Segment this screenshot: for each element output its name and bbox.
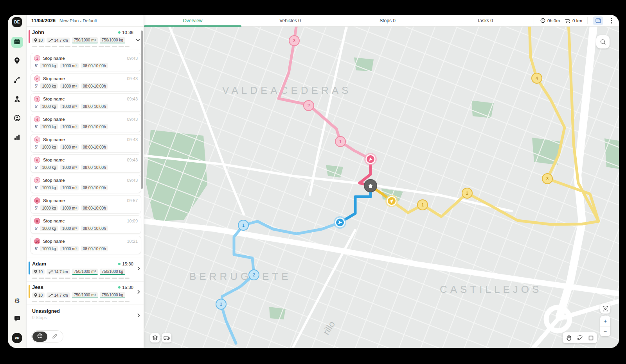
recenter-button[interactable]: [600, 303, 610, 314]
edit-mode-button[interactable]: [47, 332, 62, 342]
driver-name: Adam: [32, 261, 46, 267]
sidebar-item-routes[interactable]: [11, 75, 23, 86]
stop-duration: 5': [35, 186, 38, 190]
route-progress-bar: [32, 278, 130, 279]
stop-time-window-chip: 08:00-10:00h: [81, 165, 108, 170]
vehicle-marker-john[interactable]: [364, 153, 377, 165]
map-search-button[interactable]: [596, 35, 610, 48]
map-stop-marker-john-2[interactable]: 2: [304, 100, 314, 111]
clock-icon: [540, 18, 545, 23]
map-stop-marker-adam-1[interactable]: 1: [238, 220, 248, 230]
sidebar-item-drivers[interactable]: [11, 94, 23, 105]
plan-date[interactable]: 11/04/2026: [31, 18, 56, 23]
stop-weight-chip: 1000 kg: [40, 83, 58, 89]
zoom-in-button[interactable]: +: [600, 316, 610, 326]
chevron-right-icon[interactable]: [137, 265, 140, 272]
sidebar-item-customers[interactable]: [11, 113, 23, 124]
stop-time-window-chip: 08:00-10:00h: [81, 205, 108, 211]
tab-stops[interactable]: Stops 0: [339, 15, 436, 26]
unassigned-title: Unassigned: [32, 308, 133, 314]
stop-weight-chip: 1000 kg: [40, 205, 58, 211]
map-mode-button[interactable]: [32, 332, 47, 342]
rectangle-select-icon: [588, 335, 594, 341]
svg-text:2: 2: [466, 191, 468, 195]
tab-tasks[interactable]: Tasks 0: [436, 15, 534, 26]
stop-name: Stop name: [43, 56, 124, 61]
tab-overview[interactable]: Overview: [144, 15, 241, 26]
status-dot: [118, 31, 121, 34]
stop-list-item[interactable]: 9 Stop name 10:09 5' 1000 kg 1000 m³ 08:…: [31, 215, 141, 234]
stop-list-item[interactable]: 8 Stop name 09:57 5' 1000 kg 1000 m³ 08:…: [31, 195, 141, 213]
stop-time-window-chip: 08:00-10:00h: [81, 185, 108, 190]
total-distance: 0 km: [565, 18, 582, 23]
pan-hand-button[interactable]: [564, 333, 574, 342]
chat-button[interactable]: [11, 314, 23, 325]
stop-list-item[interactable]: 2 Stop name 09:43 5' 1000 kg 1000 m³ 08:…: [31, 73, 141, 91]
stop-name: Stop name: [43, 117, 124, 122]
stop-time-window-chip: 08:00-10:00h: [81, 104, 108, 109]
stop-duration: 5': [35, 64, 38, 68]
chevron-right-icon[interactable]: [137, 289, 140, 296]
stop-list-item[interactable]: 6 Stop name 09:43 5' 1000 kg 1000 m³ 08:…: [31, 154, 141, 173]
chevron-down-icon[interactable]: [136, 36, 140, 43]
pin-icon: [34, 270, 37, 274]
depot-home-marker[interactable]: [364, 179, 377, 192]
sidebar-item-plans[interactable]: [11, 37, 23, 48]
stop-list-item[interactable]: 1 Stop name 09:43 5' 1000 kg 1000 m³ 08:…: [31, 53, 141, 71]
stop-eta: 09:43: [127, 117, 138, 122]
vehicle-marker-jess[interactable]: [385, 195, 398, 207]
tab-vehicles[interactable]: Vehicles 0: [241, 15, 339, 26]
timeline-panel-button[interactable]: [593, 16, 603, 25]
svg-text:1: 1: [339, 139, 342, 144]
map-stop-marker-jess-2[interactable]: 2: [462, 188, 472, 198]
stop-list-item[interactable]: 10 Stop name 10:21 5' 1000 kg 1000 m³ 08…: [31, 236, 141, 254]
map-layers-button[interactable]: [150, 333, 160, 342]
crosshair-icon: [603, 306, 608, 312]
map-stop-marker-jess-1[interactable]: 1: [417, 200, 428, 210]
stop-list-item[interactable]: 5 Stop name 09:43 5' 1000 kg 1000 m³ 08:…: [31, 134, 141, 152]
sidebar-scrollbar[interactable]: [141, 30, 143, 189]
map-stop-marker-adam-2[interactable]: 2: [249, 270, 259, 280]
driver-card-adam[interactable]: Adam 15:30 10 14.7 km 750/1000 m³ 750/10…: [27, 258, 144, 282]
stop-volume-chip: 1000 m³: [60, 226, 79, 231]
user-avatar[interactable]: PP: [12, 333, 22, 343]
stop-time-window-chip: 08:00-10:00h: [81, 144, 108, 150]
driver-card-jess[interactable]: Jess 15:30 10 14.7 km 750/1000 m³ 750/10…: [27, 282, 144, 305]
stop-time-window-chip: 08:00-10:00h: [81, 63, 108, 68]
stop-eta: 09:43: [127, 137, 138, 142]
stop-order-badge: 4: [34, 116, 40, 122]
zoom-out-button[interactable]: −: [600, 326, 610, 337]
svg-text:2: 2: [253, 273, 255, 277]
stop-duration: 5': [35, 206, 38, 210]
map-canvas[interactable]: VALDEACEDERASBERRUGUETECASTILLEJOSrillo1…: [144, 27, 619, 348]
sidebar-item-analytics[interactable]: [11, 133, 23, 143]
more-options-button[interactable]: [608, 16, 614, 25]
company-logo[interactable]: DE: [12, 17, 22, 27]
stop-list-item[interactable]: 7 Stop name 09:43 5' 1000 kg 1000 m³ 08:…: [31, 175, 141, 193]
stop-list-item[interactable]: 3 Stop name 09:43 5' 1000 kg 1000 m³ 08:…: [31, 93, 141, 112]
map-stop-marker-jess-4[interactable]: 4: [532, 73, 542, 83]
driver-eta: 15:30: [118, 285, 133, 290]
unassigned-card[interactable]: Unassigned 0 Stops: [27, 305, 144, 324]
lasso-select-button[interactable]: [575, 333, 585, 342]
driver-card-john[interactable]: John 10:36 10 14.7 km 750/1000 m³ 750/10…: [27, 27, 144, 50]
map-stop-marker-adam-3[interactable]: 3: [216, 299, 226, 309]
status-dot: [118, 263, 121, 265]
vehicle-marker-adam[interactable]: [334, 216, 346, 229]
stop-list-item[interactable]: 4 Stop name 09:43 5' 1000 kg 1000 m³ 08:…: [31, 114, 141, 132]
svg-text:4: 4: [536, 76, 538, 81]
stop-duration: 5': [35, 145, 38, 149]
sidebar-item-stops[interactable]: [11, 56, 23, 67]
map-stop-marker-jess-3[interactable]: 3: [542, 174, 552, 184]
map-stop-marker-john-1[interactable]: 1: [335, 136, 345, 147]
box-select-button[interactable]: [586, 333, 595, 342]
settings-button[interactable]: ⚙: [11, 295, 23, 306]
stop-volume-chip: 1000 m³: [60, 104, 79, 109]
map-vehicles-button[interactable]: [162, 333, 171, 342]
route-color-bar: [29, 30, 30, 43]
stop-volume-chip: 1000 m³: [60, 165, 79, 170]
route-progress-bar: [32, 301, 130, 302]
total-duration: 0h 0m: [540, 18, 560, 23]
map-stop-marker-john-3[interactable]: 3: [289, 36, 299, 46]
chevron-right-icon[interactable]: [137, 312, 140, 319]
